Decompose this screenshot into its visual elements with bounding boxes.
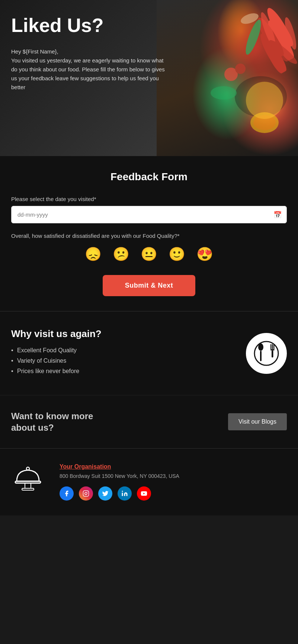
restaurant-svg-icon [253, 340, 279, 366]
hero-content: Liked Us? Hey ${First Name}, You visited… [0, 0, 179, 107]
blogs-section: Want to know more about us? Visit our Bl… [0, 395, 298, 448]
svg-point-4 [283, 16, 298, 51]
greeting-text: Hey ${First Name}, [11, 48, 58, 55]
emoji-neutral[interactable]: 😐 [141, 246, 157, 262]
linkedin-icon[interactable] [118, 486, 132, 501]
emoji-very-dissatisfied[interactable]: 😞 [85, 246, 102, 262]
footer-info: Your Organisation 800 Bordway Suit 1500 … [60, 463, 287, 501]
svg-point-7 [253, 115, 276, 130]
org-address: 800 Bordway Suit 1500 New York, NY 00042… [60, 473, 287, 479]
date-label: Please select the date you visited* [11, 196, 287, 202]
svg-point-10 [211, 86, 237, 100]
facebook-icon[interactable] [60, 486, 74, 501]
date-input-wrapper: 📅 [11, 206, 287, 223]
org-name: Your Organisation [60, 463, 287, 470]
svg-point-5 [243, 18, 264, 56]
svg-rect-23 [22, 488, 34, 490]
why-visit-section: Why visit us again? Excellent Food Quali… [0, 311, 298, 395]
form-title: Feedback Form [11, 171, 287, 183]
why-content: Why visit us again? Excellent Food Quali… [11, 328, 235, 378]
hero-greeting: Hey ${First Name}, You visited us yester… [11, 47, 168, 92]
svg-rect-14 [270, 344, 272, 349]
footer-logo [11, 463, 45, 493]
date-input[interactable] [11, 206, 287, 223]
svg-rect-22 [25, 483, 31, 488]
satisfaction-label: Overall, how satisfied or dissatisfied a… [11, 233, 287, 239]
emoji-satisfied[interactable]: 🙂 [169, 246, 185, 262]
svg-point-27 [122, 491, 123, 492]
youtube-icon[interactable] [137, 486, 151, 501]
emoji-rating-row: 😞 😕 😐 🙂 😍 [11, 246, 287, 262]
feedback-form-section: Feedback Form Please select the date you… [0, 156, 298, 311]
submit-next-button[interactable]: Submit & Next [103, 275, 196, 296]
instagram-icon[interactable] [79, 486, 93, 501]
footer-section: Your Organisation 800 Bordway Suit 1500 … [0, 449, 298, 515]
emoji-very-satisfied[interactable]: 😍 [196, 246, 213, 262]
svg-point-26 [87, 492, 88, 493]
svg-rect-17 [270, 349, 275, 350]
reason-3: Prices like never before [11, 368, 235, 375]
reason-2: Variety of Cuisines [11, 357, 235, 364]
twitter-icon[interactable] [98, 486, 112, 501]
hero-description: You visited us yesterday, we are eagerly… [11, 57, 165, 90]
restaurant-icon-circle [246, 333, 287, 374]
hero-section: Liked Us? Hey ${First Name}, You visited… [0, 0, 298, 156]
why-title: Why visit us again? [11, 328, 235, 340]
svg-rect-18 [272, 350, 273, 357]
svg-rect-13 [260, 351, 262, 361]
cloche-icon [13, 463, 43, 493]
svg-point-0 [235, 76, 287, 117]
svg-rect-15 [272, 344, 273, 349]
emoji-dissatisfied[interactable]: 😕 [113, 246, 129, 262]
svg-rect-24 [83, 491, 89, 496]
visit-blogs-button[interactable]: Visit our Blogs [228, 413, 287, 430]
reason-1: Excellent Food Quality [11, 347, 235, 354]
blogs-text: Want to know more about us? [11, 410, 108, 433]
svg-point-19 [254, 342, 278, 365]
svg-point-25 [85, 492, 87, 495]
why-reasons-list: Excellent Food Quality Variety of Cuisin… [11, 347, 235, 375]
social-icons-row [60, 486, 287, 501]
hero-title: Liked Us? [11, 15, 168, 36]
svg-point-9 [235, 64, 246, 74]
svg-rect-21 [26, 467, 29, 470]
